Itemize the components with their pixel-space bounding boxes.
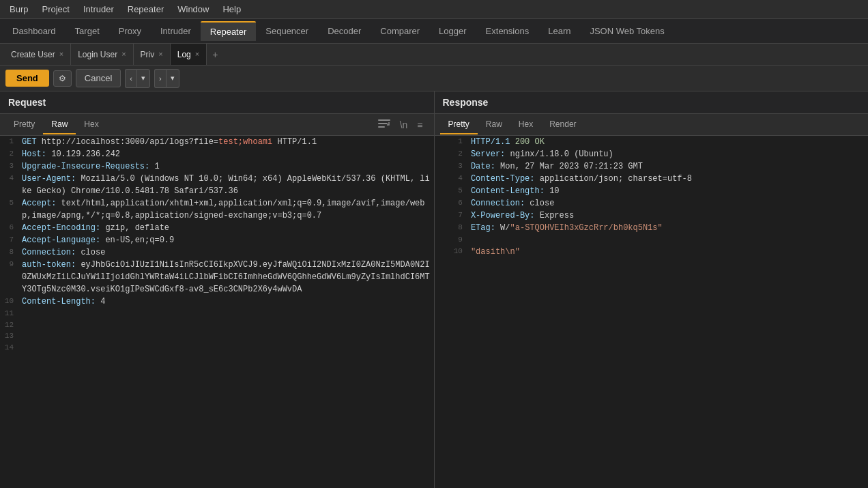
close-login-user-tab[interactable]: × xyxy=(121,51,126,58)
table-row: 6 Connection: close xyxy=(435,197,869,210)
repeater-tab-login-user[interactable]: Login User × xyxy=(71,44,133,65)
response-tab-render[interactable]: Render xyxy=(541,115,584,134)
table-row: 11 xyxy=(0,308,434,319)
next-dropdown-button[interactable]: ▾ xyxy=(166,69,179,88)
table-row: 9 auth-token: eyJhbGciOiJIUzI1NiIsInR5cC… xyxy=(0,259,434,296)
prev-dropdown-button[interactable]: ▾ xyxy=(136,69,150,88)
table-row: 8 ETag: W/"a-STQOHVEIh3xGzcRrr/bh0kq5N1s… xyxy=(435,222,869,234)
request-menu-button[interactable]: ≡ xyxy=(414,118,425,132)
request-panel-header: Request xyxy=(0,91,434,114)
table-row: 10 "dasith\n" xyxy=(435,246,869,258)
request-code-area[interactable]: 1 GET http://localhost:3000/api/logs?fil… xyxy=(0,136,434,488)
table-row: 5 Content-Length: 10 xyxy=(435,185,869,197)
table-row: 12 xyxy=(0,319,434,331)
repeater-tab-log[interactable]: Log × xyxy=(171,44,207,65)
cancel-button[interactable]: Cancel xyxy=(76,69,121,87)
menu-bar: Burp Project Intruder Repeater Window He… xyxy=(0,0,868,19)
table-row: 1 HTTP/1.1 200 OK xyxy=(435,136,869,148)
response-tab-raw[interactable]: Raw xyxy=(478,115,510,134)
menu-project[interactable]: Project xyxy=(35,1,76,17)
repeater-tab-priv[interactable]: Priv × xyxy=(134,44,171,65)
tab-decoder[interactable]: Decoder xyxy=(318,22,371,40)
svg-rect-1 xyxy=(378,123,388,124)
table-row: 7 X-Powered-By: Express xyxy=(435,210,869,222)
response-panel-tabs: Pretty Raw Hex Render xyxy=(435,114,869,136)
svg-rect-2 xyxy=(378,126,385,128)
table-row: 4 Content-Type: application/json; charse… xyxy=(435,173,869,185)
prev-nav-group: ‹ ▾ xyxy=(125,69,150,88)
table-row: 13 xyxy=(0,330,434,342)
toolbar: Send ⚙ Cancel ‹ ▾ › ▾ xyxy=(0,66,868,91)
send-button[interactable]: Send xyxy=(5,70,49,87)
repeater-tabs: Create User × Login User × Priv × Log × … xyxy=(0,44,868,66)
next-nav-group: › ▾ xyxy=(154,69,179,88)
response-code-area[interactable]: 1 HTTP/1.1 200 OK 2 Server: nginx/1.18.0… xyxy=(435,136,869,488)
tab-comparer[interactable]: Comparer xyxy=(371,22,429,40)
table-row: 3 Upgrade-Insecure-Requests: 1 xyxy=(0,160,434,173)
request-newline-button[interactable]: \n xyxy=(397,118,411,132)
tab-logger[interactable]: Logger xyxy=(429,22,476,40)
tab-json-web-tokens[interactable]: JSON Web Tokens xyxy=(580,22,674,40)
repeater-tab-create-user[interactable]: Create User × xyxy=(4,44,71,65)
response-panel: Response Pretty Raw Hex Render 1 HTTP/1.… xyxy=(435,91,869,488)
table-row: 10 Content-Length: 4 xyxy=(0,296,434,308)
table-row: 7 Accept-Language: en-US,en;q=0.9 xyxy=(0,234,434,246)
tab-intruder[interactable]: Intruder xyxy=(151,22,201,40)
menu-help[interactable]: Help xyxy=(216,1,248,17)
table-row: 2 Host: 10.129.236.242 xyxy=(0,148,434,160)
add-tab-button[interactable]: + xyxy=(207,46,223,63)
table-row: 5 Accept: text/html,application/xhtml+xm… xyxy=(0,197,434,222)
table-row: 9 xyxy=(435,234,869,246)
menu-intruder[interactable]: Intruder xyxy=(76,1,121,17)
table-row: 2 Server: nginx/1.18.0 (Ubuntu) xyxy=(435,148,869,160)
tab-extensions[interactable]: Extensions xyxy=(476,22,539,40)
menu-repeater[interactable]: Repeater xyxy=(121,1,171,17)
table-row: 8 Connection: close xyxy=(0,246,434,259)
table-row: 6 Accept-Encoding: gzip, deflate xyxy=(0,222,434,234)
close-create-user-tab[interactable]: × xyxy=(59,51,63,58)
response-panel-header: Response xyxy=(435,91,869,114)
request-panel-tabs: Pretty Raw Hex \n ≡ xyxy=(0,114,434,136)
tab-sequencer[interactable]: Sequencer xyxy=(256,22,318,40)
tab-target[interactable]: Target xyxy=(66,22,109,40)
request-tab-hex[interactable]: Hex xyxy=(76,115,106,134)
table-row: 1 GET http://localhost:3000/api/logs?fil… xyxy=(0,136,434,148)
svg-rect-0 xyxy=(378,119,390,121)
tab-dashboard[interactable]: Dashboard xyxy=(3,22,66,40)
table-row: 4 User-Agent: Mozilla/5.0 (Windows NT 10… xyxy=(0,173,434,197)
table-row: 14 xyxy=(0,342,434,354)
prev-button[interactable]: ‹ xyxy=(125,69,136,88)
gear-button[interactable]: ⚙ xyxy=(53,70,72,87)
request-panel: Request Pretty Raw Hex \n ≡ xyxy=(0,91,435,488)
tab-proxy[interactable]: Proxy xyxy=(109,22,151,40)
nav-tabs: Dashboard Target Proxy Intruder Repeater… xyxy=(0,19,868,44)
next-button[interactable]: › xyxy=(154,69,166,88)
main-area: Request Pretty Raw Hex \n ≡ xyxy=(0,91,868,488)
tab-learn[interactable]: Learn xyxy=(538,22,580,40)
request-panel-toolbar: \n ≡ xyxy=(375,117,429,132)
response-tab-hex[interactable]: Hex xyxy=(510,115,541,134)
close-log-tab[interactable]: × xyxy=(195,51,199,58)
request-wrap-button[interactable] xyxy=(375,117,393,132)
request-tab-pretty[interactable]: Pretty xyxy=(5,115,43,134)
response-tab-pretty[interactable]: Pretty xyxy=(440,115,478,134)
menu-burp[interactable]: Burp xyxy=(3,1,35,17)
tab-repeater[interactable]: Repeater xyxy=(201,21,256,41)
table-row: 3 Date: Mon, 27 Mar 2023 07:21:23 GMT xyxy=(435,160,869,173)
close-priv-tab[interactable]: × xyxy=(158,51,162,58)
request-tab-raw[interactable]: Raw xyxy=(43,115,76,134)
menu-window[interactable]: Window xyxy=(171,1,216,17)
